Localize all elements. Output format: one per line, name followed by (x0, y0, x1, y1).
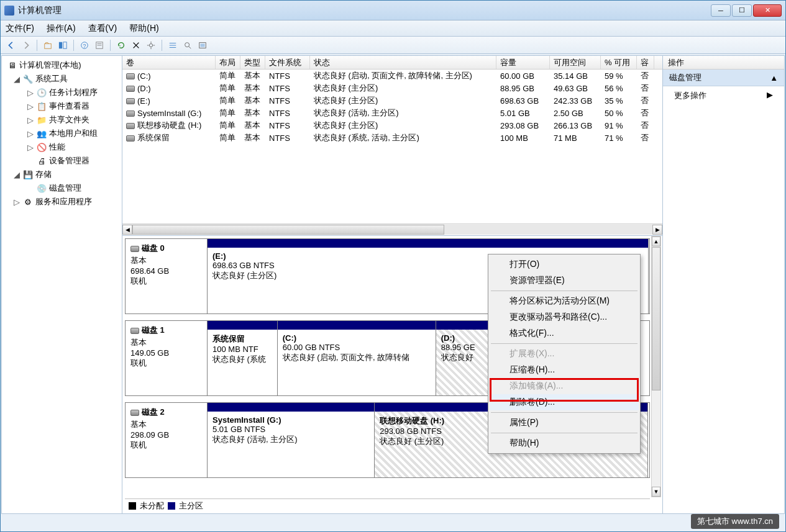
volume-hscroll[interactable]: ◀ ▶ (122, 223, 662, 235)
action-section-diskmgmt[interactable]: 磁盘管理▲ (663, 70, 784, 86)
context-menu-item[interactable]: 属性(P) (490, 415, 639, 431)
partition[interactable]: 系统保留100 MB NTF状态良好 (系统 (207, 320, 278, 396)
tree-event[interactable]: ▷📋事件查看器 (3, 99, 121, 113)
menu-file[interactable]: 文件(F) (6, 23, 34, 34)
disk-info[interactable]: 磁盘 2基本298.09 GB联机 (126, 403, 208, 477)
delete-icon[interactable] (129, 38, 143, 52)
tree-perf[interactable]: ▷🚫性能 (3, 140, 121, 154)
context-menu-item[interactable]: 压缩卷(H)... (490, 362, 639, 378)
settings-icon[interactable] (144, 38, 158, 52)
legend-unalloc-swatch (129, 502, 136, 510)
vol-name: 系统保留 (137, 133, 170, 142)
vol-name: 联想移动硬盘 (H:) (137, 120, 201, 130)
menu-help[interactable]: 帮助(H) (129, 23, 158, 34)
svg-point-8 (149, 43, 152, 47)
refresh-icon[interactable] (114, 38, 128, 52)
scroll-up-icon[interactable]: ▲ (652, 237, 660, 246)
folder-icon: 📁 (37, 115, 47, 125)
svg-point-12 (185, 42, 190, 47)
svg-rect-2 (63, 42, 66, 48)
toolbar: ? (1, 37, 785, 54)
show-hide-tree-icon[interactable] (56, 38, 70, 52)
volume-row[interactable]: 系统保留简单基本NTFS状态良好 (系统, 活动, 主分区)100 MB71 M… (122, 132, 662, 144)
client-area: 🖥计算机管理(本地) ◢🔧系统工具 ▷🕒任务计划程序 ▷📋事件查看器 ▷📁共享文… (1, 55, 785, 514)
svg-rect-15 (201, 43, 205, 47)
collapse-icon: ▲ (770, 73, 778, 83)
tree-root[interactable]: 🖥计算机管理(本地) (3, 58, 121, 72)
help-icon[interactable]: ? (78, 38, 91, 52)
devmgr-icon: 🖨 (37, 156, 47, 166)
col-pct[interactable]: % 可用 (601, 56, 637, 69)
nav-back-icon[interactable] (4, 38, 18, 52)
tree-diskmgmt[interactable]: 💿磁盘管理 (3, 181, 121, 195)
partition[interactable]: (C:)60.00 GB NTFS状态良好 (启动, 页面文件, 故障转储 (277, 320, 436, 396)
nav-fwd-icon[interactable] (19, 38, 33, 52)
volume-row[interactable]: SystemInstall (G:)简单基本NTFS状态良好 (活动, 主分区)… (122, 107, 662, 119)
disk-icon (130, 410, 139, 416)
volume-row[interactable]: (D:)简单基本NTFS状态良好 (主分区)88.95 GB49.63 GB56… (122, 82, 662, 94)
col-status[interactable]: 状态 (310, 56, 496, 69)
col-overhead[interactable]: 容 (637, 56, 654, 69)
vol-name: SystemInstall (G:) (137, 109, 201, 118)
clock-icon: 🕒 (37, 88, 47, 97)
tree-services[interactable]: ▷⚙服务和应用程序 (3, 195, 121, 209)
chevron-right-icon: ▶ (767, 90, 773, 101)
list-view-icon[interactable] (166, 38, 180, 52)
disk-icon: 💿 (37, 183, 47, 193)
partition[interactable]: SystemInstall (G:)5.01 GB NTFS状态良好 (活动, … (207, 402, 375, 478)
titlebar: 计算机管理 ─ ☐ ✕ (1, 1, 785, 20)
col-volume[interactable]: 卷 (122, 56, 216, 69)
col-type[interactable]: 类型 (240, 56, 265, 69)
context-menu-item[interactable]: 帮助(H) (490, 435, 639, 451)
volume-icon (126, 86, 135, 92)
context-menu-item[interactable]: 格式化(F)... (490, 325, 639, 341)
context-menu-item[interactable]: 将分区标记为活动分区(M) (490, 293, 639, 309)
extra-icon[interactable] (196, 38, 209, 52)
detail-view-icon[interactable] (181, 38, 194, 52)
minimize-button[interactable]: ─ (711, 4, 731, 17)
disk-info[interactable]: 磁盘 1基本149.05 GB联机 (126, 321, 208, 395)
volume-row[interactable]: (C:)简单基本NTFS状态良好 (启动, 页面文件, 故障转储, 主分区)60… (122, 70, 662, 82)
properties-icon[interactable] (93, 38, 106, 52)
volume-icon (126, 110, 135, 117)
context-menu-item[interactable]: 更改驱动器号和路径(C)... (490, 309, 639, 325)
tree-systools[interactable]: ◢🔧系统工具 (3, 72, 121, 86)
scroll-right-icon[interactable]: ▶ (652, 225, 662, 235)
scroll-left-icon[interactable]: ◀ (122, 225, 132, 235)
close-button[interactable]: ✕ (753, 4, 782, 17)
disk-vscroll[interactable]: ▲ ▼ (651, 236, 661, 497)
tree-users[interactable]: ▷👥本地用户和组 (3, 127, 121, 140)
perf-icon: 🚫 (37, 142, 47, 152)
disk-info[interactable]: 磁盘 0基本698.64 GB联机 (126, 239, 208, 313)
context-menu-item[interactable]: 删除卷(D)... (490, 394, 639, 410)
maximize-button[interactable]: ☐ (732, 4, 752, 17)
tree-shared[interactable]: ▷📁共享文件夹 (3, 113, 121, 127)
svg-rect-1 (59, 42, 62, 48)
menu-action[interactable]: 操作(A) (47, 23, 76, 34)
context-menu-item: 添加镜像(A)... (490, 378, 639, 394)
watermark: 第七城市 www.th7.cn (691, 514, 779, 529)
action-more[interactable]: 更多操作▶ (663, 86, 784, 105)
col-capacity[interactable]: 容量 (496, 56, 550, 69)
tree-task[interactable]: ▷🕒任务计划程序 (3, 86, 121, 99)
up-icon[interactable] (41, 38, 55, 52)
users-icon: 👥 (37, 128, 47, 138)
svg-rect-0 (45, 43, 52, 48)
col-layout[interactable]: 布局 (216, 56, 240, 69)
volume-icon (126, 73, 135, 79)
scroll-down-icon[interactable]: ▼ (652, 487, 660, 497)
volume-row[interactable]: (E:)简单基本NTFS状态良好 (主分区)698.63 GB242.33 GB… (122, 94, 662, 107)
volume-icon (126, 135, 135, 142)
tree-devmgr[interactable]: 🖨设备管理器 (3, 154, 121, 168)
col-free[interactable]: 可用空间 (550, 56, 601, 69)
event-icon: 📋 (37, 101, 47, 111)
volume-row[interactable]: 联想移动硬盘 (H:)简单基本NTFS状态良好 (主分区)293.08 GB26… (122, 119, 662, 132)
context-menu-item[interactable]: 资源管理器(E) (490, 273, 639, 289)
col-fs[interactable]: 文件系统 (265, 56, 310, 69)
context-menu-item[interactable]: 打开(O) (490, 256, 639, 273)
partition[interactable]: (D:)88.95 GE状态良好 (436, 320, 488, 396)
disk-icon (130, 246, 139, 252)
svg-line-13 (189, 46, 191, 48)
menu-view[interactable]: 查看(V) (88, 23, 117, 34)
tree-storage[interactable]: ◢💾存储 (3, 168, 121, 181)
